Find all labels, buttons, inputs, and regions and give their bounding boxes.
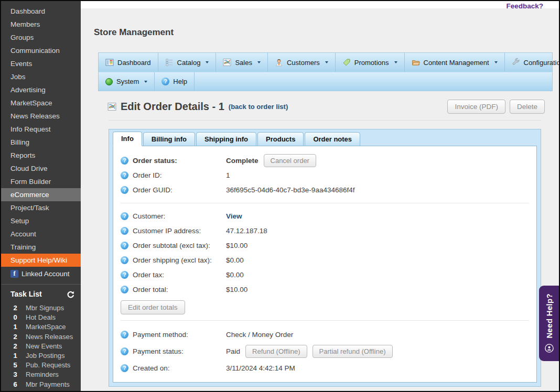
sidebar-item-events[interactable]: Events xyxy=(1,57,81,70)
question-help-icon[interactable]: ? xyxy=(121,364,128,372)
nav-label: Sales xyxy=(235,59,252,67)
need-help-tab[interactable]: Need Help? xyxy=(539,286,559,361)
customer-ip-value: 47.12.187.18 xyxy=(226,227,267,235)
task-count: 5 xyxy=(10,361,20,370)
question-help-icon[interactable]: ? xyxy=(121,347,128,355)
field-label: Order ID: xyxy=(133,171,226,179)
created-on-value: 3/11/2024 4:42:14 PM xyxy=(226,364,295,372)
order-header: Edit Order Details - 1 (back to order li… xyxy=(107,100,545,114)
sidebar-item-communication[interactable]: Communication xyxy=(1,44,81,57)
question-help-icon[interactable]: ? xyxy=(121,286,128,293)
tab-billing-info[interactable]: Billing info xyxy=(143,132,195,146)
sidebar-item-account[interactable]: Account xyxy=(1,227,81,241)
task-count: 1 xyxy=(10,322,20,332)
app-window: Dashboard Members Groups Communication E… xyxy=(0,0,560,392)
order-title: Edit Order Details - 1 xyxy=(121,101,224,113)
task-list-title: Task List xyxy=(10,290,42,298)
customer-row: ? Customer: View xyxy=(121,209,529,223)
sidebar-item-info-request[interactable]: Info Request xyxy=(1,123,81,136)
sidebar-item-news-releases[interactable]: News Releases xyxy=(1,110,81,123)
order-shipping-row: ? Order shipping (excl tax): $0.00 xyxy=(121,253,529,267)
promotions-icon xyxy=(342,58,351,67)
refund-offline-button[interactable]: Refund (Offline) xyxy=(245,345,307,358)
sidebar-item-billing[interactable]: Billing xyxy=(1,136,81,149)
question-help-icon[interactable]: ? xyxy=(121,212,128,220)
created-on-row: ? Created on: 3/11/2024 4:42:14 PM xyxy=(121,360,529,376)
payment-method-value: Check / Money Order xyxy=(226,331,293,339)
sidebar-item-reports[interactable]: Reports xyxy=(1,149,81,162)
feedback-link[interactable]: Feedback? xyxy=(506,2,543,8)
sidebar-item-linked-account[interactable]: f Linked Account xyxy=(1,267,81,281)
order-tax-row: ? Order tax: $0.00 xyxy=(121,268,529,282)
sidebar-item-jobs[interactable]: Jobs xyxy=(1,70,81,83)
order-total-row: ? Order total: $10.00 xyxy=(121,282,529,297)
content-management-icon xyxy=(412,58,420,67)
sidebar-item-dashboard[interactable]: Dashboard xyxy=(1,5,81,18)
question-help-icon[interactable]: ? xyxy=(121,331,128,339)
tab-products[interactable]: Products xyxy=(257,132,304,146)
linked-account-label: Linked Account xyxy=(21,267,70,280)
sidebar-item-ecommerce[interactable]: eCommerce xyxy=(1,188,81,201)
sidebar-menu: Dashboard Members Groups Communication E… xyxy=(1,1,81,281)
page-title: Store Management xyxy=(94,27,559,38)
question-help-icon[interactable]: ? xyxy=(121,256,128,264)
question-help-icon[interactable]: ? xyxy=(121,227,128,235)
sidebar-item-members[interactable]: Members xyxy=(1,18,81,31)
task-item-pub-requests[interactable]: 5 Pub. Requests xyxy=(10,361,74,370)
nav-sales[interactable]: Sales xyxy=(216,53,268,72)
field-label: Created on: xyxy=(133,364,226,372)
nav-label: Customers xyxy=(287,59,320,67)
sidebar-item-marketspace[interactable]: MarketSpace xyxy=(1,96,81,110)
question-help-icon[interactable]: ? xyxy=(121,271,128,279)
question-help-icon[interactable]: ? xyxy=(121,186,128,194)
question-help-icon[interactable]: ? xyxy=(121,157,128,165)
nav-promotions[interactable]: Promotions xyxy=(336,53,405,72)
nav-configuration[interactable]: Configuration xyxy=(505,53,559,72)
sidebar-item-cloud-drive[interactable]: Cloud Drive xyxy=(1,162,81,175)
task-item-news-releases[interactable]: 2 News Releases xyxy=(10,332,74,342)
need-help-label: Need Help? xyxy=(545,293,554,339)
delete-button[interactable]: Delete xyxy=(510,100,545,114)
task-item-job-postings[interactable]: 1 Job Postings xyxy=(10,351,74,361)
nav-content-management[interactable]: Content Management xyxy=(405,53,505,72)
chevron-down-icon xyxy=(325,61,328,63)
task-item-mbr-payments[interactable]: 6 Mbr Payments xyxy=(10,380,74,389)
edit-order-totals-button[interactable]: Edit order totals xyxy=(121,300,185,314)
task-item-reminders[interactable]: 3 Reminders xyxy=(10,370,74,379)
sidebar-item-setup[interactable]: Setup xyxy=(1,214,81,227)
facebook-icon: f xyxy=(10,270,18,278)
section-divider xyxy=(121,320,529,321)
question-help-icon[interactable]: ? xyxy=(121,171,128,179)
task-item-mbr-signups[interactable]: 2 Mbr Signups xyxy=(10,303,74,313)
partial-refund-offline-button[interactable]: Partial refund (Offline) xyxy=(313,345,393,358)
invoice-pdf-button[interactable]: Invoice (PDF) xyxy=(447,100,505,114)
refresh-icon[interactable] xyxy=(67,290,74,298)
question-help-icon[interactable]: ? xyxy=(121,242,128,249)
task-item-hot-deals[interactable]: 0 Hot Deals xyxy=(10,313,74,322)
task-label: Pub. Requests xyxy=(26,361,70,370)
view-customer-link[interactable]: View xyxy=(226,212,242,220)
nav-help[interactable]: ? Help xyxy=(155,72,195,91)
back-to-order-list-link[interactable]: (back to order list) xyxy=(229,103,288,111)
task-item-marketspace[interactable]: 1 MarketSpace xyxy=(10,322,74,332)
nav-system[interactable]: System xyxy=(99,72,155,91)
sidebar-item-training[interactable]: Training xyxy=(1,241,81,254)
cancel-order-button[interactable]: Cancel order xyxy=(264,154,316,167)
nav-customers[interactable]: Customers xyxy=(268,53,336,72)
tab-info[interactable]: Info xyxy=(113,132,142,146)
sidebar-item-groups[interactable]: Groups xyxy=(1,31,81,44)
tab-shipping-info[interactable]: Shipping info xyxy=(196,132,256,146)
order-tabs: Info Billing info Shipping info Products… xyxy=(113,129,537,146)
tab-order-notes[interactable]: Order notes xyxy=(305,132,360,146)
task-count: 0 xyxy=(10,313,20,322)
sidebar-item-advertising[interactable]: Advertising xyxy=(1,83,81,96)
nav-dashboard[interactable]: Dashboard xyxy=(99,53,158,72)
sidebar-item-project-task[interactable]: Project/Task xyxy=(1,201,81,214)
nav-catalog[interactable]: Catalog xyxy=(158,53,217,72)
sidebar-item-support-help-wiki[interactable]: Support Help/Wiki xyxy=(1,254,81,267)
support-agent-icon xyxy=(544,343,554,353)
payment-status-row: ? Payment status: Paid Refund (Offline) … xyxy=(121,343,529,360)
task-label: New Events xyxy=(26,342,62,351)
sidebar-item-form-builder[interactable]: Form Builder xyxy=(1,175,81,188)
task-item-new-events[interactable]: 2 New Events xyxy=(10,342,74,351)
